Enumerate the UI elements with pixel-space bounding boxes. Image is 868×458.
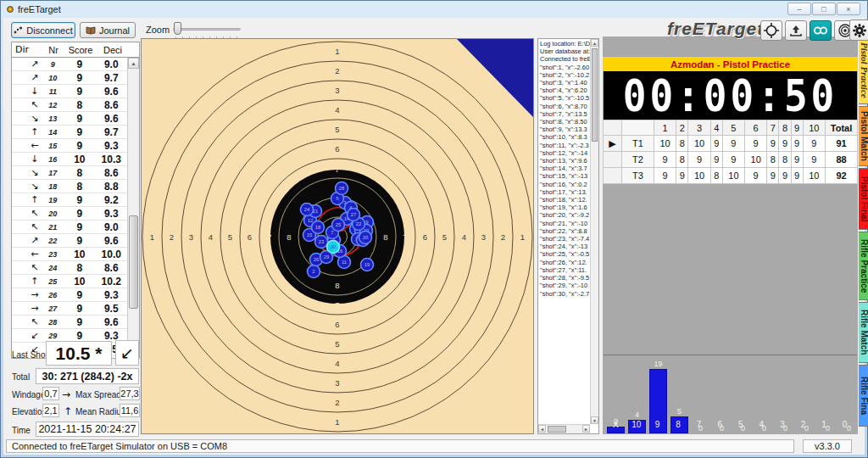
- shot-marker[interactable]: 19: [361, 259, 374, 271]
- log-line: "shot":7, "x":13.5: [540, 110, 590, 118]
- target-graphic: 1111222233334444555566667777888812345678…: [142, 39, 533, 433]
- shot-row[interactable]: ↘18 88.8: [12, 180, 127, 193]
- shot-marker[interactable]: 18: [312, 221, 325, 234]
- target-panel[interactable]: 1111222233334444555566667777888812345678…: [141, 38, 534, 434]
- shot-marker[interactable]: 20: [359, 232, 372, 244]
- mean-radius-value: 11,6: [120, 404, 140, 417]
- shot-marker[interactable]: 25: [332, 219, 345, 232]
- settings-button[interactable]: [849, 20, 868, 41]
- score-row[interactable]: T3991081099991092: [604, 168, 858, 184]
- event-log-lines: Log location: E:\DUser database at:Conne…: [540, 40, 590, 423]
- log-horizontal-scrollbar[interactable]: ◄ ►: [538, 424, 590, 433]
- shot-row[interactable]: ↖21 99.0: [12, 221, 127, 234]
- zoom-label: Zoom: [146, 25, 170, 35]
- svg-text:22: 22: [356, 221, 362, 226]
- maximize-button[interactable]: □: [812, 3, 836, 15]
- log-line: "shot":19, "x":1.6: [540, 204, 590, 211]
- ring-number-label: 6: [423, 232, 427, 242]
- ring-number-label: 6: [335, 144, 339, 154]
- ring-number-label: 4: [462, 232, 466, 242]
- tab-rifle-match[interactable]: Rifle Match: [859, 302, 868, 363]
- upload-button[interactable]: [785, 20, 807, 41]
- histogram-category-label: 3: [774, 420, 792, 429]
- shot-row[interactable]: ↖20 99.3: [12, 207, 127, 221]
- shot-marker[interactable]: 28: [336, 182, 348, 195]
- disconnect-button[interactable]: Disconnect: [11, 22, 75, 38]
- svg-text:25: 25: [336, 222, 342, 227]
- shot-row[interactable]: ↑19 99.2: [12, 193, 127, 207]
- log-vertical-scrollbar[interactable]: ▲ ▼: [590, 39, 598, 424]
- log-scroll-right-icon[interactable]: ►: [582, 425, 590, 433]
- minimize-button[interactable]: –: [787, 3, 811, 15]
- log-line: "shot":26, "x":12.: [540, 259, 590, 266]
- log-hscroll-thumb[interactable]: [548, 426, 566, 433]
- ring-number-label: 5: [442, 232, 447, 242]
- shot-row[interactable]: ←15 99.3: [12, 139, 127, 153]
- shot-row[interactable]: ↘13 99.6: [12, 112, 127, 126]
- max-spread-value: 27,3: [120, 387, 140, 400]
- shot-row[interactable]: ↗9 99.0: [12, 58, 127, 71]
- shot-marker[interactable]: 24: [301, 204, 314, 216]
- log-scroll-down-icon[interactable]: ▼: [591, 416, 598, 424]
- shot-row[interactable]: ↗22 99.6: [12, 234, 127, 248]
- shot-row[interactable]: ↓11 99.6: [12, 85, 127, 98]
- tab-rifle-practice[interactable]: Rifle Practice: [859, 232, 868, 300]
- tab-pistol-practice[interactable]: Pistol Practice: [859, 36, 868, 104]
- log-line: "shot":4, "x":6.20: [540, 87, 590, 94]
- histogram-category-label: 2: [794, 420, 812, 429]
- ring-number-label: 5: [335, 339, 339, 349]
- tab-pistol-match[interactable]: Pistol Match: [859, 106, 868, 166]
- ring-number-label: 2: [501, 232, 505, 242]
- calibrate-button[interactable]: [760, 20, 782, 41]
- shot-row[interactable]: ↗10 99.7: [12, 71, 127, 85]
- shots-table-scrollbar[interactable]: ▲ ▼: [127, 58, 139, 358]
- histogram-category-label: 6: [711, 420, 729, 429]
- ring-number-label: 1: [335, 47, 339, 56]
- journal-book-icon: [86, 26, 96, 35]
- event-log-panel[interactable]: Log location: E:\DUser database at:Conne…: [537, 38, 599, 434]
- tab-rifle-fina[interactable]: Rifle Fina: [859, 365, 868, 427]
- mean-radius-label: Mean Radius: [75, 407, 125, 416]
- shot-row[interactable]: ←23 1010.0: [12, 248, 127, 261]
- discipline-tabs: Pistol PracticePistol MatchPistol FinalR…: [859, 36, 868, 428]
- shot-marker[interactable]: 2: [308, 265, 320, 278]
- tab-pistol-final[interactable]: Pistol Final: [859, 168, 868, 230]
- shots-table-body: ↗9 99.0↗10 99.7↓11 99.6↖12 88.6↘13 99.6↑…: [12, 58, 127, 358]
- shot-row[interactable]: ↑25 1010.2: [12, 275, 127, 288]
- scroll-thumb[interactable]: [129, 215, 138, 309]
- svg-text:29: 29: [324, 254, 330, 260]
- series-score-table[interactable]: 12345678910Total▶T110810999999991T298999…: [603, 120, 858, 184]
- shot-row[interactable]: ↖24 88.6: [12, 261, 127, 275]
- log-scroll-left-icon[interactable]: ◄: [538, 425, 546, 433]
- zoom-slider-track[interactable]: [173, 28, 241, 31]
- shot-marker[interactable]: 23: [315, 236, 328, 249]
- shot-row[interactable]: ↖12 88.6: [12, 98, 127, 112]
- shot-marker-latest[interactable]: 30: [327, 241, 340, 254]
- log-line: "shot":28, "x":-9.5: [540, 274, 590, 282]
- shot-row[interactable]: ↖28 99.6: [12, 316, 127, 329]
- scroll-up-icon[interactable]: ▲: [128, 58, 139, 69]
- zoom-slider-thumb[interactable]: [174, 22, 181, 35]
- log-line: Connected to freE: [540, 55, 590, 63]
- ring-number-label: 6: [248, 232, 252, 242]
- log-line: "shot":23, "x":-7.4: [540, 235, 590, 243]
- log-scroll-up-icon[interactable]: ▲: [591, 39, 598, 47]
- shot-row[interactable]: →26 99.3: [12, 288, 127, 302]
- shot-row[interactable]: ↓16 1010.3: [12, 153, 127, 166]
- journal-button[interactable]: Journal: [80, 22, 136, 38]
- log-line: "shot":22, "x":8.8: [540, 227, 590, 235]
- shot-row[interactable]: →27 99.5: [12, 302, 127, 316]
- app-icon: [7, 6, 14, 13]
- log-vscroll-thumb[interactable]: [592, 48, 598, 142]
- elevation-direction-icon: ↑: [64, 405, 72, 417]
- calibrate-crosshair-icon: [764, 23, 779, 38]
- arduino-connect-button[interactable]: [810, 20, 832, 41]
- score-row[interactable]: ▶T110810999999991: [604, 136, 858, 152]
- session-title: Azmodan - Pistol Practice: [603, 57, 858, 71]
- score-row[interactable]: T29899910889988: [604, 152, 858, 168]
- close-button[interactable]: ×: [837, 3, 860, 15]
- shot-row[interactable]: ↘17 88.6: [12, 166, 127, 180]
- log-line: "shot":12, "x":-14: [540, 149, 590, 157]
- shot-marker[interactable]: 27: [348, 209, 360, 221]
- shot-row[interactable]: ↑14 99.7: [12, 126, 127, 139]
